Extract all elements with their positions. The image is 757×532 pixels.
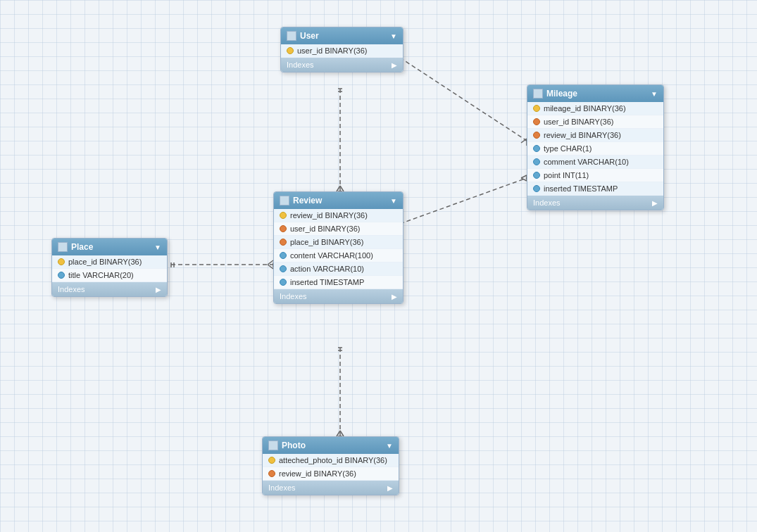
mileage-field-type: type CHAR(1) (527, 142, 663, 156)
mileage-field-point: point INT(11) (527, 169, 663, 182)
svg-line-3 (521, 139, 527, 143)
field-text: inserted TIMESTAMP (544, 184, 618, 193)
svg-line-26 (337, 431, 340, 436)
field-icon (533, 158, 540, 165)
field-text: user_id BINARY(36) (290, 224, 360, 233)
field-text: review_id BINARY(36) (279, 469, 356, 478)
review-field-place_id: place_id BINARY(36) (274, 236, 403, 249)
field-icon (58, 272, 65, 279)
svg-line-14 (268, 260, 273, 265)
chevron-down-icon[interactable]: ▼ (390, 197, 397, 205)
svg-line-20 (521, 175, 527, 178)
place-field-place_id: place_id BINARY(36) (52, 255, 167, 269)
photo-field-review_id: review_id BINARY(36) (263, 467, 399, 481)
field-text: place_id BINARY(36) (290, 238, 363, 246)
user-table: User ▼ user_id BINARY(36) Indexes ▶ (280, 27, 403, 72)
mileage-table-title: Mileage (546, 89, 577, 99)
table-icon (533, 89, 543, 99)
indexes-arrow-icon: ▶ (652, 199, 658, 207)
indexes-arrow-icon: ▶ (387, 484, 393, 492)
photo-field-atteched_photo_id: atteched_photo_id BINARY(36) (263, 454, 399, 467)
field-text: point INT(11) (544, 171, 589, 179)
mileage-field-mileage_id: mileage_id BINARY(36) (527, 102, 663, 115)
field-icon (280, 265, 287, 272)
photo-table-title: Photo (282, 441, 306, 450)
photo-table: Photo ▼ atteched_photo_id BINARY(36) rev… (262, 436, 399, 495)
place-indexes-label: Indexes (58, 285, 85, 293)
field-text: place_id BINARY(36) (68, 258, 142, 266)
photo-table-header[interactable]: Photo ▼ (263, 437, 399, 454)
user-field-user_id: user_id BINARY(36) (281, 44, 403, 58)
user-table-title: User (300, 31, 319, 41)
place-table: Place ▼ place_id BINARY(36) title VARCHA… (51, 238, 168, 297)
mileage-indexes-label: Indexes (533, 198, 561, 207)
chevron-down-icon[interactable]: ▼ (390, 32, 397, 40)
table-icon (58, 242, 68, 252)
field-text: review_id BINARY(36) (290, 211, 368, 220)
chevron-down-icon[interactable]: ▼ (386, 442, 393, 450)
field-icon (533, 145, 540, 152)
svg-line-21 (521, 178, 527, 181)
fk-icon (533, 118, 540, 125)
user-indexes-row[interactable]: Indexes ▶ (281, 58, 403, 72)
review-field-action: action VARCHAR(10) (274, 262, 403, 276)
field-text: mileage_id BINARY(36) (544, 104, 626, 113)
field-text: inserted TIMESTAMP (290, 278, 364, 286)
fk-icon (268, 470, 275, 477)
indexes-arrow-icon: ▶ (156, 286, 161, 293)
review-field-user_id: user_id BINARY(36) (274, 222, 403, 236)
user-field-user_id-text: user_id BINARY(36) (297, 46, 367, 55)
mileage-field-comment: comment VARCHAR(10) (527, 156, 663, 169)
svg-line-0 (400, 58, 527, 141)
field-icon (280, 252, 287, 259)
mileage-table: Mileage ▼ mileage_id BINARY(36) user_id … (527, 84, 664, 210)
field-text: title VARCHAR(20) (68, 271, 134, 279)
field-text: type CHAR(1) (544, 144, 592, 153)
user-indexes-label: Indexes (287, 61, 314, 69)
mileage-table-header[interactable]: Mileage ▼ (527, 85, 663, 102)
field-text: user_id BINARY(36) (544, 118, 613, 126)
indexes-arrow-icon: ▶ (392, 61, 397, 69)
mileage-indexes-row[interactable]: Indexes ▶ (527, 196, 663, 210)
mileage-field-inserted: inserted TIMESTAMP (527, 182, 663, 196)
field-icon (533, 172, 540, 179)
review-indexes-label: Indexes (280, 292, 307, 300)
table-icon (268, 441, 278, 450)
user-table-header[interactable]: User ▼ (281, 27, 403, 44)
place-field-title: title VARCHAR(20) (52, 269, 167, 282)
review-field-content: content VARCHAR(100) (274, 249, 403, 262)
place-table-title: Place (71, 242, 93, 252)
photo-indexes-row[interactable]: Indexes ▶ (263, 481, 399, 495)
fk-icon (533, 132, 540, 139)
table-icon (280, 196, 289, 205)
svg-line-8 (337, 186, 340, 191)
field-text: content VARCHAR(100) (290, 251, 373, 260)
review-indexes-row[interactable]: Indexes ▶ (274, 289, 403, 303)
place-table-header[interactable]: Place ▼ (52, 239, 167, 255)
svg-line-9 (340, 186, 344, 191)
field-text: review_id BINARY(36) (544, 131, 621, 139)
review-table-header[interactable]: Review ▼ (274, 192, 403, 209)
field-text: action VARCHAR(10) (290, 265, 364, 273)
chevron-down-icon[interactable]: ▼ (154, 243, 161, 251)
field-icon (533, 185, 540, 192)
place-indexes-row[interactable]: Indexes ▶ (52, 282, 167, 296)
svg-line-17 (400, 178, 527, 224)
svg-line-15 (268, 265, 273, 269)
table-icon (287, 31, 296, 41)
photo-indexes-label: Indexes (268, 483, 296, 492)
review-table-title: Review (293, 196, 322, 205)
review-field-review_id: review_id BINARY(36) (274, 209, 403, 222)
chevron-down-icon[interactable]: ▼ (651, 90, 658, 98)
mileage-field-user_id: user_id BINARY(36) (527, 115, 663, 129)
review-field-inserted: inserted TIMESTAMP (274, 276, 403, 289)
field-text: comment VARCHAR(10) (544, 158, 629, 166)
pk-icon (287, 47, 294, 54)
pk-icon (58, 258, 65, 265)
field-text: atteched_photo_id BINARY(36) (279, 456, 387, 464)
mileage-field-review_id: review_id BINARY(36) (527, 129, 663, 142)
indexes-arrow-icon: ▶ (392, 293, 397, 300)
svg-line-27 (340, 431, 344, 436)
pk-icon (268, 457, 275, 464)
review-table: Review ▼ review_id BINARY(36) user_id BI… (273, 191, 403, 304)
